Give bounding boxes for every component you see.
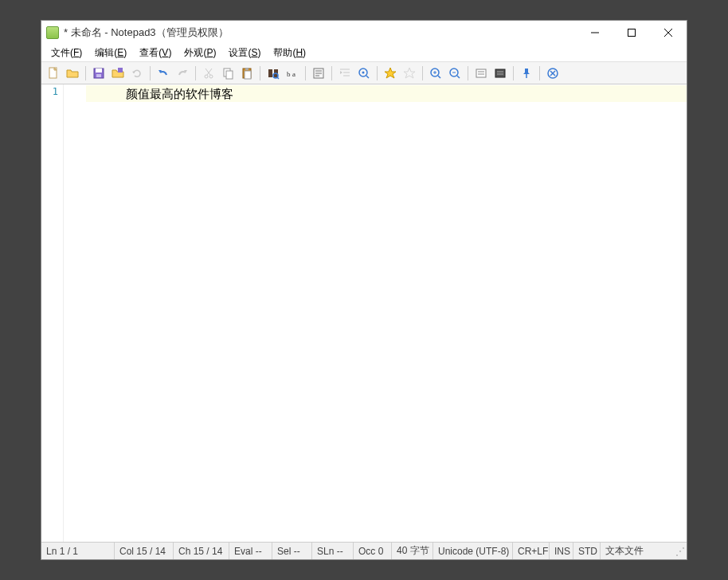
- menu-edit[interactable]: 编辑(E): [88, 45, 133, 61]
- separator: [331, 66, 332, 80]
- svg-text:b: b: [287, 70, 291, 78]
- redo-button[interactable]: [174, 65, 191, 82]
- svg-rect-1: [628, 29, 636, 37]
- notepad3-window: * 未命名 - Notepad3（管理员权限） 文件(F) 编辑(E) 查看(V…: [41, 20, 687, 560]
- separator: [260, 66, 260, 80]
- svg-rect-8: [118, 68, 123, 72]
- svg-point-33: [362, 71, 365, 73]
- statusbar: Ln 1 / 1 Col 15 / 14 Ch 15 / 14 Eval -- …: [41, 542, 687, 559]
- status-occ[interactable]: Occ 0: [354, 543, 392, 559]
- separator: [422, 66, 423, 80]
- status-encoding[interactable]: Unicode (UTF-8): [433, 543, 513, 559]
- status-ch[interactable]: Ch 15 / 14: [174, 543, 229, 559]
- menu-appearance[interactable]: 外观(P): [178, 45, 222, 61]
- cut-button[interactable]: [200, 65, 217, 82]
- line-number-gutter: 1: [41, 84, 64, 542]
- status-line[interactable]: Ln 1 / 1: [41, 543, 115, 559]
- menu-settings[interactable]: 设置(S): [222, 45, 267, 61]
- svg-rect-44: [495, 69, 505, 77]
- separator: [377, 66, 378, 80]
- editor-line[interactable]: 颜值最高的软件博客: [86, 85, 687, 102]
- new-file-button[interactable]: [45, 65, 62, 82]
- favorite-add-button[interactable]: [401, 65, 418, 82]
- maximize-button[interactable]: [613, 21, 650, 45]
- svg-rect-18: [268, 69, 272, 77]
- svg-line-39: [457, 76, 460, 78]
- svg-line-21: [277, 77, 279, 79]
- toolbar: ba: [41, 62, 687, 84]
- svg-point-12: [209, 75, 213, 78]
- separator: [150, 66, 151, 80]
- menubar: 文件(F) 编辑(E) 查看(V) 外观(P) 设置(S) 帮助(H): [41, 45, 687, 62]
- window-controls: [577, 21, 687, 45]
- separator: [85, 66, 86, 80]
- svg-rect-7: [96, 74, 101, 77]
- separator: [539, 66, 540, 80]
- copy-button[interactable]: [219, 65, 237, 82]
- status-col[interactable]: Col 15 / 14: [115, 543, 174, 559]
- resize-grip[interactable]: ⋰: [674, 546, 687, 557]
- editor-area: 1 颜值最高的软件博客: [41, 84, 687, 542]
- fold-margin: [64, 84, 86, 542]
- svg-rect-17: [245, 68, 249, 70]
- status-eol[interactable]: CR+LF: [513, 543, 550, 559]
- word-wrap-button[interactable]: [310, 65, 327, 82]
- replace-button[interactable]: ba: [284, 65, 301, 82]
- svg-point-11: [205, 75, 208, 78]
- revert-button[interactable]: [128, 65, 146, 82]
- scheme-button[interactable]: [472, 65, 490, 82]
- scheme-config-button[interactable]: [491, 65, 509, 82]
- status-eval[interactable]: Eval --: [229, 543, 272, 559]
- menu-help[interactable]: 帮助(H): [267, 45, 312, 61]
- save-as-button[interactable]: [109, 65, 127, 82]
- find-button[interactable]: [264, 65, 282, 82]
- separator: [513, 66, 514, 80]
- zoom-in-button[interactable]: [427, 65, 444, 82]
- separator: [305, 66, 306, 80]
- svg-rect-16: [245, 71, 251, 79]
- svg-text:a: a: [292, 70, 296, 78]
- zoom-reset-button[interactable]: [355, 65, 373, 82]
- app-icon: [46, 26, 59, 39]
- titlebar: * 未命名 - Notepad3（管理员权限）: [41, 21, 687, 45]
- text-editor[interactable]: 颜值最高的软件博客: [86, 84, 687, 542]
- undo-button[interactable]: [155, 65, 172, 82]
- status-bytes[interactable]: 40 字节: [392, 543, 433, 559]
- svg-rect-41: [476, 69, 486, 77]
- status-ovr[interactable]: INS: [550, 543, 573, 559]
- window-title: * 未命名 - Notepad3（管理员权限）: [64, 25, 577, 40]
- svg-line-35: [438, 76, 440, 78]
- menu-file[interactable]: 文件(F): [45, 45, 88, 61]
- pin-button[interactable]: [518, 65, 535, 82]
- svg-rect-14: [226, 71, 233, 79]
- separator: [468, 66, 468, 80]
- paste-button[interactable]: [238, 65, 256, 82]
- svg-rect-6: [96, 69, 102, 72]
- open-file-button[interactable]: [64, 65, 81, 82]
- exit-button[interactable]: [544, 65, 562, 82]
- menu-view[interactable]: 查看(V): [133, 45, 178, 61]
- save-button[interactable]: [90, 65, 108, 82]
- status-sln[interactable]: SLn --: [312, 543, 354, 559]
- minimize-button[interactable]: [577, 21, 613, 45]
- zoom-out-button[interactable]: [446, 65, 464, 82]
- status-sel[interactable]: Sel --: [272, 543, 312, 559]
- close-button[interactable]: [650, 21, 687, 45]
- svg-line-32: [366, 76, 369, 78]
- status-scheme[interactable]: 文本文件: [601, 543, 674, 559]
- favorite-button[interactable]: [382, 65, 399, 82]
- line-number: 1: [41, 86, 58, 97]
- status-mode[interactable]: STD: [573, 543, 601, 559]
- separator: [195, 66, 196, 80]
- indent-button[interactable]: [336, 65, 354, 82]
